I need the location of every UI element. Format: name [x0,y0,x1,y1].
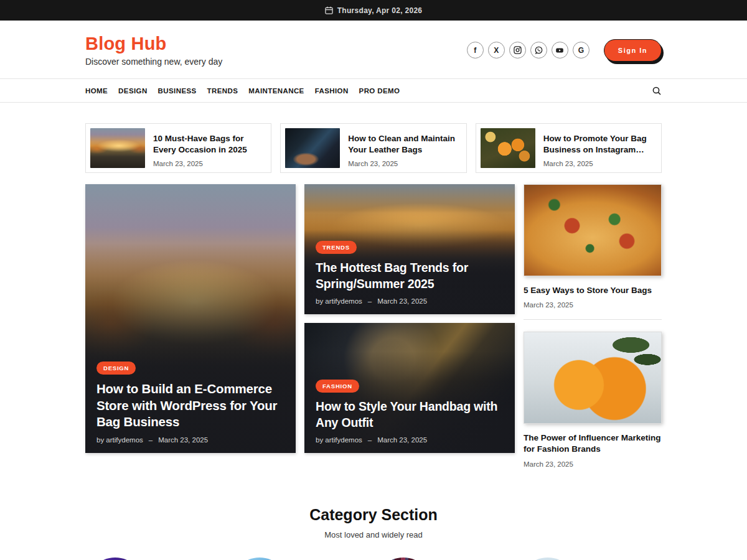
featured-card[interactable]: 10 Must-Have Bags for Every Occasion in … [85,123,271,173]
nav-item-business[interactable]: BUSINESS [158,87,197,95]
featured-thumbnail [285,128,340,168]
hero-post-card[interactable]: DESIGN How to Build an E-Commerce Store … [85,184,296,453]
trends-post-card[interactable]: TRENDS The Hottest Bag Trends for Spring… [304,184,515,314]
featured-date: March 23, 2025 [348,160,461,167]
category-badge-design[interactable]: DESIGN [96,362,136,375]
meta-separator: – [368,297,372,305]
post-author[interactable]: by artifydemos [96,436,143,444]
category-item-fashion[interactable]: Fashion [374,558,518,560]
whatsapp-icon[interactable] [530,42,547,58]
featured-title[interactable]: How to Clean and Maintain Your Leather B… [348,133,461,156]
category-item-business[interactable]: Business [85,558,230,560]
posts-grid: DESIGN How to Build an E-Commerce Store … [85,184,662,477]
post-author[interactable]: by artifydemos [316,436,362,444]
side-post-image[interactable] [524,332,662,424]
side-posts: 5 Easy Ways to Store Your Bags March 23,… [524,184,662,468]
category-section: Category Section Most loved and widely r… [85,506,662,560]
post-date: March 23, 2025 [377,297,427,305]
post-meta: by artifydemos – March 23, 2025 [96,436,284,444]
site-logo[interactable]: Blog Hub [85,34,222,54]
post-title[interactable]: How to Build an E-Commerce Store with Wo… [96,381,284,431]
side-post-date: March 23, 2025 [524,460,662,468]
calendar-icon [325,6,333,14]
side-post-title[interactable]: The Power of Influencer Marketing for Fa… [524,432,662,455]
category-image [374,558,433,560]
category-item-maintenance[interactable]: Maintenance [518,558,662,560]
main-nav: HOME DESIGN BUSINESS TRENDS MAINTENANCE … [0,78,747,103]
featured-thumbnail [481,128,535,168]
post-author[interactable]: by artifydemos [316,297,362,305]
post-date: March 23, 2025 [377,436,427,444]
meta-separator: – [149,436,153,444]
featured-card[interactable]: How to Clean and Maintain Your Leather B… [280,123,466,173]
side-post-image[interactable] [524,184,662,276]
category-badge-fashion[interactable]: FASHION [316,380,359,393]
topbar: Thursday, Apr 02, 2026 [0,0,747,21]
featured-strip: 10 Must-Have Bags for Every Occasion in … [85,123,662,173]
featured-thumbnail [90,128,145,168]
fashion-post-card[interactable]: FASHION How to Style Your Handbag with A… [304,323,515,453]
topbar-date: Thursday, Apr 02, 2026 [337,6,423,15]
nav-item-fashion[interactable]: FASHION [315,87,349,95]
nav-item-design[interactable]: DESIGN [118,87,148,95]
post-date: March 23, 2025 [158,436,208,444]
google-icon[interactable]: G [573,42,590,58]
featured-card[interactable]: How to Promote Your Bag Business on Inst… [476,123,662,173]
nav-item-home[interactable]: HOME [85,87,108,95]
category-item-design[interactable]: Design [230,558,374,560]
sign-in-button[interactable]: Sign In [604,39,662,62]
featured-title[interactable]: 10 Must-Have Bags for Every Occasion in … [153,133,266,156]
post-meta: by artifydemos – March 23, 2025 [316,297,504,305]
side-post-date: March 23, 2025 [524,301,662,309]
category-section-title: Category Section [85,506,662,524]
branding: Blog Hub Discover something new, every d… [85,34,222,67]
post-meta: by artifydemos – March 23, 2025 [316,436,504,444]
x-twitter-icon[interactable]: X [488,42,505,58]
category-image [85,558,145,560]
nav-item-pro-demo[interactable]: PRO DEMO [359,87,400,95]
divider [524,319,662,320]
nav-item-trends[interactable]: TRENDS [207,87,238,95]
search-icon[interactable] [652,86,662,96]
instagram-icon[interactable] [509,42,526,58]
post-title[interactable]: How to Style Your Handbag with Any Outfi… [316,399,504,431]
featured-title[interactable]: How to Promote Your Bag Business on Inst… [543,133,657,156]
meta-separator: – [368,436,372,444]
post-title[interactable]: The Hottest Bag Trends for Spring/Summer… [316,260,504,292]
site-tagline: Discover something new, every day [85,57,222,67]
facebook-icon[interactable]: f [467,42,484,58]
youtube-icon[interactable] [552,42,568,58]
category-badge-trends[interactable]: TRENDS [316,241,357,254]
nav-item-maintenance[interactable]: MAINTENANCE [248,87,304,95]
category-section-subtitle: Most loved and widely read [85,530,662,539]
category-image [518,558,578,560]
site-header: Blog Hub Discover something new, every d… [0,21,747,78]
side-post-title[interactable]: 5 Easy Ways to Store Your Bags [524,285,662,296]
featured-date: March 23, 2025 [153,160,266,167]
category-image [230,558,289,560]
featured-date: March 23, 2025 [543,160,657,167]
